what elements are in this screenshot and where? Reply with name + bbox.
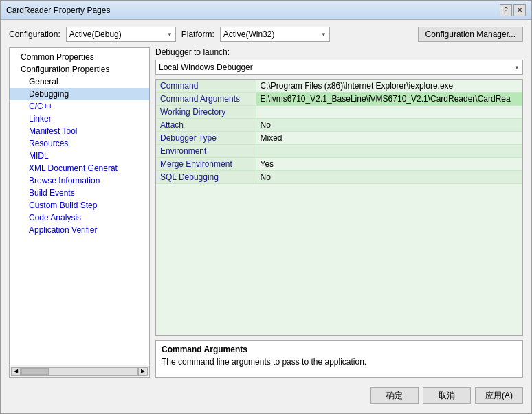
tree-item[interactable]: Browse Information: [10, 174, 149, 187]
tree-item[interactable]: Configuration Properties: [10, 63, 149, 76]
properties-table: CommandC:\Program Files (x86)\Internet E…: [156, 80, 522, 184]
table-row: Debugger TypeMixed: [156, 132, 522, 145]
tree-item[interactable]: Custom Build Step: [10, 199, 149, 211]
close-button[interactable]: ✕: [513, 4, 526, 16]
config-row: Configuration: Active(Debug) ▼ Platform:…: [9, 27, 523, 42]
scrollbar-thumb[interactable]: [21, 368, 49, 375]
tree-area: Common PropertiesConfiguration Propertie…: [10, 48, 149, 365]
property-value[interactable]: E:\ivms6710_V2.1_BaseLine\iVMS6710_V2.1\…: [256, 93, 522, 106]
debugger-section: Debugger to launch: Local Windows Debugg…: [155, 47, 523, 75]
apply-button[interactable]: 应用(A): [475, 387, 523, 404]
table-row: Environment: [156, 145, 522, 158]
config-manager-button[interactable]: Configuration Manager...: [418, 27, 523, 42]
description-title: Command Arguments: [162, 345, 517, 354]
property-value[interactable]: No: [256, 171, 522, 184]
title-bar-buttons: ? ✕: [500, 4, 526, 16]
table-row: Command ArgumentsE:\ivms6710_V2.1_BaseLi…: [156, 93, 522, 106]
configuration-dropdown[interactable]: Active(Debug) ▼: [66, 27, 176, 42]
tree-item[interactable]: Build Events: [10, 187, 149, 199]
property-key: Debugger Type: [156, 132, 256, 145]
property-value[interactable]: Mixed: [256, 132, 522, 145]
debugger-value: Local Windows Debugger: [159, 62, 253, 72]
property-value[interactable]: Yes: [256, 158, 522, 171]
table-row: Working Directory: [156, 106, 522, 119]
config-value: Active(Debug): [69, 30, 122, 39]
debugger-dropdown-arrow: ▼: [514, 65, 520, 71]
property-value[interactable]: No: [256, 119, 522, 132]
debugger-dropdown[interactable]: Local Windows Debugger ▼: [155, 60, 523, 75]
tree-item[interactable]: Code Analysis: [10, 211, 149, 224]
property-value[interactable]: [256, 145, 522, 158]
description-box: Command Arguments The command line argum…: [155, 340, 523, 378]
property-key: Environment: [156, 145, 256, 158]
dialog-content: Configuration: Active(Debug) ▼ Platform:…: [1, 20, 531, 413]
title-bar: CardReader Property Pages ? ✕: [1, 1, 531, 20]
description-text: The command line arguments to pass to th…: [162, 357, 517, 367]
property-value[interactable]: C:\Program Files (x86)\Internet Explorer…: [256, 80, 522, 93]
scroll-right-arrow[interactable]: ▶: [138, 367, 148, 376]
ok-button[interactable]: 确定: [370, 387, 419, 404]
config-label: Configuration:: [9, 30, 60, 39]
tree-item[interactable]: Common Properties: [10, 51, 149, 63]
property-value[interactable]: [256, 106, 522, 119]
table-row: Merge EnvironmentYes: [156, 158, 522, 171]
table-row: SQL DebuggingNo: [156, 171, 522, 184]
tree-item[interactable]: C/C++: [10, 100, 149, 113]
window-title: CardReader Property Pages: [6, 5, 110, 15]
debugger-label: Debugger to launch:: [155, 47, 523, 57]
property-key: Attach: [156, 119, 256, 132]
scroll-left-arrow[interactable]: ◀: [11, 367, 21, 376]
tree-item[interactable]: Debugging: [10, 88, 149, 100]
tree-item[interactable]: Manifest Tool: [10, 125, 149, 137]
bottom-buttons: 确定 取消 应用(A): [9, 383, 523, 406]
table-row: CommandC:\Program Files (x86)\Internet E…: [156, 80, 522, 93]
tree-item[interactable]: XML Document Generat: [10, 162, 149, 174]
right-panel: Debugger to launch: Local Windows Debugg…: [155, 47, 523, 378]
left-panel: Common PropertiesConfiguration Propertie…: [9, 47, 150, 378]
config-dropdown-arrow: ▼: [167, 32, 173, 38]
properties-table-container: CommandC:\Program Files (x86)\Internet E…: [155, 79, 523, 336]
table-row: AttachNo: [156, 119, 522, 132]
tree-item[interactable]: General: [10, 76, 149, 88]
horizontal-scrollbar: ◀ ▶: [10, 365, 149, 377]
dialog-window: CardReader Property Pages ? ✕ Configurat…: [0, 0, 532, 414]
property-key: Working Directory: [156, 106, 256, 119]
main-area: Common PropertiesConfiguration Propertie…: [9, 47, 523, 378]
tree-item[interactable]: Application Verifier: [10, 224, 149, 236]
tree-item[interactable]: Linker: [10, 113, 149, 125]
platform-dropdown-arrow: ▼: [321, 32, 326, 38]
platform-label: Platform:: [181, 30, 214, 39]
scrollbar-track[interactable]: [21, 367, 138, 376]
help-button[interactable]: ?: [500, 4, 512, 16]
property-key: SQL Debugging: [156, 171, 256, 184]
tree-item[interactable]: Resources: [10, 137, 149, 150]
cancel-button[interactable]: 取消: [423, 387, 471, 404]
property-key: Command: [156, 80, 256, 93]
property-key: Merge Environment: [156, 158, 256, 171]
platform-dropdown[interactable]: Active(Win32) ▼: [220, 27, 330, 42]
property-key: Command Arguments: [156, 93, 256, 106]
platform-value: Active(Win32): [223, 30, 275, 39]
tree-item[interactable]: MIDL: [10, 150, 149, 162]
